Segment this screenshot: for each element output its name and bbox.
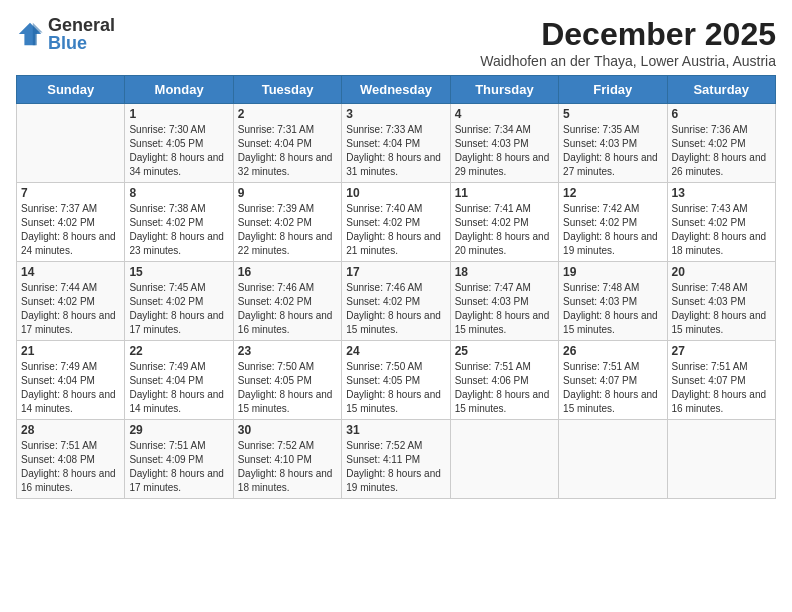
- day-number: 12: [563, 186, 662, 200]
- day-info: Sunrise: 7:47 AMSunset: 4:03 PMDaylight:…: [455, 281, 554, 337]
- day-number: 24: [346, 344, 445, 358]
- calendar-week-4: 21Sunrise: 7:49 AMSunset: 4:04 PMDayligh…: [17, 341, 776, 420]
- calendar-cell: 25Sunrise: 7:51 AMSunset: 4:06 PMDayligh…: [450, 341, 558, 420]
- day-info: Sunrise: 7:52 AMSunset: 4:10 PMDaylight:…: [238, 439, 337, 495]
- weekday-header-thursday: Thursday: [450, 76, 558, 104]
- day-number: 21: [21, 344, 120, 358]
- title-block: December 2025 Waidhofen an der Thaya, Lo…: [480, 16, 776, 69]
- day-number: 11: [455, 186, 554, 200]
- day-info: Sunrise: 7:48 AMSunset: 4:03 PMDaylight:…: [563, 281, 662, 337]
- day-number: 20: [672, 265, 771, 279]
- day-info: Sunrise: 7:50 AMSunset: 4:05 PMDaylight:…: [346, 360, 445, 416]
- calendar-week-1: 1Sunrise: 7:30 AMSunset: 4:05 PMDaylight…: [17, 104, 776, 183]
- day-info: Sunrise: 7:49 AMSunset: 4:04 PMDaylight:…: [129, 360, 228, 416]
- calendar-cell: 20Sunrise: 7:48 AMSunset: 4:03 PMDayligh…: [667, 262, 775, 341]
- weekday-header-wednesday: Wednesday: [342, 76, 450, 104]
- calendar-cell: 18Sunrise: 7:47 AMSunset: 4:03 PMDayligh…: [450, 262, 558, 341]
- calendar-cell: 31Sunrise: 7:52 AMSunset: 4:11 PMDayligh…: [342, 420, 450, 499]
- day-number: 25: [455, 344, 554, 358]
- logo-general: General: [48, 15, 115, 35]
- calendar-cell: 27Sunrise: 7:51 AMSunset: 4:07 PMDayligh…: [667, 341, 775, 420]
- day-info: Sunrise: 7:40 AMSunset: 4:02 PMDaylight:…: [346, 202, 445, 258]
- weekday-header-monday: Monday: [125, 76, 233, 104]
- calendar-cell: 13Sunrise: 7:43 AMSunset: 4:02 PMDayligh…: [667, 183, 775, 262]
- logo-blue: Blue: [48, 33, 87, 53]
- day-number: 8: [129, 186, 228, 200]
- calendar-cell: 23Sunrise: 7:50 AMSunset: 4:05 PMDayligh…: [233, 341, 341, 420]
- day-info: Sunrise: 7:51 AMSunset: 4:09 PMDaylight:…: [129, 439, 228, 495]
- calendar-cell: [17, 104, 125, 183]
- logo-text: General Blue: [48, 16, 115, 52]
- day-info: Sunrise: 7:31 AMSunset: 4:04 PMDaylight:…: [238, 123, 337, 179]
- calendar-cell: 3Sunrise: 7:33 AMSunset: 4:04 PMDaylight…: [342, 104, 450, 183]
- day-number: 17: [346, 265, 445, 279]
- day-info: Sunrise: 7:50 AMSunset: 4:05 PMDaylight:…: [238, 360, 337, 416]
- calendar-cell: 8Sunrise: 7:38 AMSunset: 4:02 PMDaylight…: [125, 183, 233, 262]
- calendar-cell: 9Sunrise: 7:39 AMSunset: 4:02 PMDaylight…: [233, 183, 341, 262]
- day-info: Sunrise: 7:49 AMSunset: 4:04 PMDaylight:…: [21, 360, 120, 416]
- calendar-cell: 1Sunrise: 7:30 AMSunset: 4:05 PMDaylight…: [125, 104, 233, 183]
- day-number: 5: [563, 107, 662, 121]
- logo-icon: [16, 20, 44, 48]
- calendar-cell: [559, 420, 667, 499]
- calendar-cell: 5Sunrise: 7:35 AMSunset: 4:03 PMDaylight…: [559, 104, 667, 183]
- calendar-week-3: 14Sunrise: 7:44 AMSunset: 4:02 PMDayligh…: [17, 262, 776, 341]
- calendar-cell: 29Sunrise: 7:51 AMSunset: 4:09 PMDayligh…: [125, 420, 233, 499]
- day-number: 2: [238, 107, 337, 121]
- weekday-header-sunday: Sunday: [17, 76, 125, 104]
- location-title: Waidhofen an der Thaya, Lower Austria, A…: [480, 53, 776, 69]
- calendar-cell: 4Sunrise: 7:34 AMSunset: 4:03 PMDaylight…: [450, 104, 558, 183]
- day-info: Sunrise: 7:43 AMSunset: 4:02 PMDaylight:…: [672, 202, 771, 258]
- calendar-cell: 19Sunrise: 7:48 AMSunset: 4:03 PMDayligh…: [559, 262, 667, 341]
- day-number: 6: [672, 107, 771, 121]
- day-info: Sunrise: 7:51 AMSunset: 4:07 PMDaylight:…: [672, 360, 771, 416]
- day-number: 28: [21, 423, 120, 437]
- calendar-cell: [450, 420, 558, 499]
- calendar-cell: 17Sunrise: 7:46 AMSunset: 4:02 PMDayligh…: [342, 262, 450, 341]
- day-info: Sunrise: 7:34 AMSunset: 4:03 PMDaylight:…: [455, 123, 554, 179]
- day-number: 3: [346, 107, 445, 121]
- weekday-header-saturday: Saturday: [667, 76, 775, 104]
- calendar-cell: 12Sunrise: 7:42 AMSunset: 4:02 PMDayligh…: [559, 183, 667, 262]
- calendar-cell: 26Sunrise: 7:51 AMSunset: 4:07 PMDayligh…: [559, 341, 667, 420]
- day-info: Sunrise: 7:33 AMSunset: 4:04 PMDaylight:…: [346, 123, 445, 179]
- calendar-week-2: 7Sunrise: 7:37 AMSunset: 4:02 PMDaylight…: [17, 183, 776, 262]
- calendar-cell: 2Sunrise: 7:31 AMSunset: 4:04 PMDaylight…: [233, 104, 341, 183]
- page-header: General Blue December 2025 Waidhofen an …: [16, 16, 776, 69]
- day-number: 29: [129, 423, 228, 437]
- calendar-cell: 30Sunrise: 7:52 AMSunset: 4:10 PMDayligh…: [233, 420, 341, 499]
- day-info: Sunrise: 7:37 AMSunset: 4:02 PMDaylight:…: [21, 202, 120, 258]
- day-number: 31: [346, 423, 445, 437]
- weekday-header-friday: Friday: [559, 76, 667, 104]
- weekday-header-row: SundayMondayTuesdayWednesdayThursdayFrid…: [17, 76, 776, 104]
- day-info: Sunrise: 7:38 AMSunset: 4:02 PMDaylight:…: [129, 202, 228, 258]
- calendar-cell: 24Sunrise: 7:50 AMSunset: 4:05 PMDayligh…: [342, 341, 450, 420]
- day-info: Sunrise: 7:35 AMSunset: 4:03 PMDaylight:…: [563, 123, 662, 179]
- day-number: 9: [238, 186, 337, 200]
- day-number: 14: [21, 265, 120, 279]
- calendar-cell: 14Sunrise: 7:44 AMSunset: 4:02 PMDayligh…: [17, 262, 125, 341]
- day-info: Sunrise: 7:41 AMSunset: 4:02 PMDaylight:…: [455, 202, 554, 258]
- day-number: 19: [563, 265, 662, 279]
- day-number: 18: [455, 265, 554, 279]
- day-info: Sunrise: 7:45 AMSunset: 4:02 PMDaylight:…: [129, 281, 228, 337]
- day-info: Sunrise: 7:30 AMSunset: 4:05 PMDaylight:…: [129, 123, 228, 179]
- day-info: Sunrise: 7:51 AMSunset: 4:08 PMDaylight:…: [21, 439, 120, 495]
- calendar-cell: 21Sunrise: 7:49 AMSunset: 4:04 PMDayligh…: [17, 341, 125, 420]
- day-info: Sunrise: 7:42 AMSunset: 4:02 PMDaylight:…: [563, 202, 662, 258]
- day-info: Sunrise: 7:39 AMSunset: 4:02 PMDaylight:…: [238, 202, 337, 258]
- logo: General Blue: [16, 16, 115, 52]
- day-info: Sunrise: 7:48 AMSunset: 4:03 PMDaylight:…: [672, 281, 771, 337]
- day-info: Sunrise: 7:52 AMSunset: 4:11 PMDaylight:…: [346, 439, 445, 495]
- day-number: 22: [129, 344, 228, 358]
- calendar-cell: 15Sunrise: 7:45 AMSunset: 4:02 PMDayligh…: [125, 262, 233, 341]
- day-number: 15: [129, 265, 228, 279]
- day-number: 23: [238, 344, 337, 358]
- month-title: December 2025: [480, 16, 776, 53]
- svg-marker-0: [19, 23, 41, 45]
- day-info: Sunrise: 7:51 AMSunset: 4:07 PMDaylight:…: [563, 360, 662, 416]
- calendar-cell: 11Sunrise: 7:41 AMSunset: 4:02 PMDayligh…: [450, 183, 558, 262]
- day-number: 27: [672, 344, 771, 358]
- day-number: 1: [129, 107, 228, 121]
- day-number: 7: [21, 186, 120, 200]
